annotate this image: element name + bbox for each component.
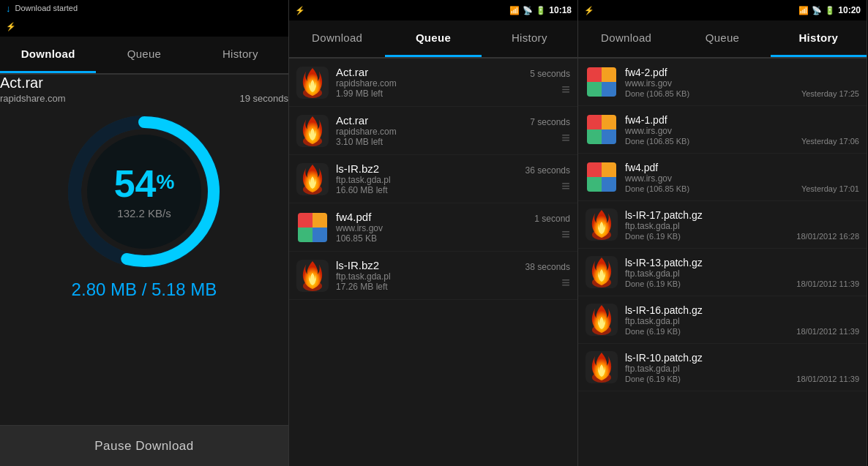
fire-icon [585, 351, 618, 383]
history-filename: ls-IR-10.patch.gz [625, 352, 859, 364]
history-source: ftp.task.gda.pl [625, 221, 859, 231]
history-item[interactable]: ls-IR-10.patch.gz ftp.task.gda.pl Done (… [578, 344, 867, 391]
pdf-icon [585, 66, 618, 98]
history-source: ftp.task.gda.pl [625, 268, 859, 279]
fire-svg [588, 304, 616, 336]
file-info: Act.rar rapidshare.com 19 seconds [0, 75, 288, 104]
history-status-row: Done (6.19 KB) 18/01/2012 11:39 [625, 375, 859, 383]
history-item[interactable]: ls-IR-17.patch.gz ftp.task.gda.pl Done (… [578, 201, 867, 249]
pdf-q4 [602, 177, 616, 192]
history-details: fw4-1.pdf www.irs.gov Done (106.85 KB) Y… [625, 114, 859, 146]
tab-queue-2[interactable]: Queue [385, 20, 481, 57]
history-details: ls-IR-16.patch.gz ftp.task.gda.pl Done (… [625, 304, 859, 336]
history-source: www.irs.gov [625, 126, 859, 136]
history-status-row: Done (106.85 KB) Yesterday 17:06 [625, 137, 859, 146]
notification-bar: ↓ Download started [0, 0, 288, 16]
hamburger-icon[interactable]: ≡ [561, 275, 570, 290]
item-right: 38 seconds≡ [515, 262, 570, 290]
signal-icon-3: 📡 [812, 6, 822, 15]
item-size: 17.26 MB left [336, 282, 508, 292]
item-eta: 38 seconds [525, 262, 570, 272]
file-source: rapidshare.com [0, 93, 66, 104]
history-status: Done (106.85 KB) [625, 137, 689, 146]
item-eta: 1 second [534, 214, 570, 224]
usb-icon-1: ⚡ [6, 22, 16, 31]
download-content: Act.rar rapidshare.com 19 seconds 54 [0, 75, 288, 300]
tab-queue-3[interactable]: Queue [674, 20, 770, 57]
wifi-icon-3: 📶 [798, 6, 809, 15]
pdf-q3 [298, 228, 313, 242]
history-details: fw4-2.pdf www.irs.gov Done (106.85 KB) Y… [625, 67, 859, 98]
file-source-time: rapidshare.com 19 seconds [0, 93, 288, 104]
queue-list: Act.rar rapidshare.com 1.99 MB left 5 se… [289, 59, 577, 300]
queue-item[interactable]: Act.rar rapidshare.com 1.99 MB left 5 se… [289, 59, 577, 107]
hamburger-icon[interactable]: ≡ [561, 130, 570, 145]
history-item[interactable]: fw4.pdf www.irs.gov Done (106.85 KB) Yes… [578, 154, 867, 201]
history-status: Done (106.85 KB) [625, 89, 689, 98]
tab-download-3[interactable]: Download [578, 20, 674, 57]
fire-svg [299, 163, 326, 195]
signal-icon-2: 📡 [523, 6, 533, 15]
tab-history-1[interactable]: History [192, 37, 288, 73]
item-size: 106.85 KB [336, 233, 508, 244]
history-item[interactable]: ls-IR-16.patch.gz ftp.task.gda.pl Done (… [578, 296, 867, 344]
history-details: ls-IR-13.patch.gz ftp.task.gda.pl Done (… [625, 257, 859, 288]
item-details: fw4.pdf www.irs.gov 106.85 KB [336, 211, 508, 244]
item-source: www.irs.gov [336, 223, 508, 233]
history-filename: ls-IR-17.patch.gz [625, 209, 859, 221]
item-size: 1.99 MB left [336, 89, 508, 99]
item-source: rapidshare.com [336, 127, 508, 137]
queue-item[interactable]: Act.rar rapidshare.com 3.10 MB left 7 se… [289, 107, 577, 155]
history-status: Done (6.19 KB) [625, 232, 681, 241]
hamburger-icon[interactable]: ≡ [561, 82, 570, 97]
hamburger-icon[interactable]: ≡ [561, 227, 570, 241]
history-item[interactable]: fw4-1.pdf www.irs.gov Done (106.85 KB) Y… [578, 106, 867, 154]
history-date: 18/01/2012 11:39 [796, 375, 859, 383]
fire-svg [588, 208, 616, 241]
pdf-q2 [602, 115, 616, 129]
history-source: ftp.task.gda.pl [625, 364, 859, 374]
tab-history-3[interactable]: History [771, 20, 867, 57]
progress-circle-container: 54 % 132.2 KB/s [0, 111, 288, 272]
battery-icon-2: 🔋 [536, 6, 546, 15]
tab-download-1[interactable]: Download [0, 37, 96, 73]
fire-svg [299, 260, 326, 292]
tab-bar-1: Download Queue History [0, 37, 288, 75]
item-right: 1 second≡ [515, 214, 570, 241]
time-2: 10:18 [549, 5, 572, 15]
battery-icon-3: 🔋 [825, 6, 835, 15]
item-filename: Act.rar [336, 66, 508, 78]
pause-download-button[interactable]: Pause Download [0, 425, 288, 466]
tab-download-2[interactable]: Download [289, 20, 385, 57]
fire-svg [588, 256, 616, 288]
history-status-row: Done (6.19 KB) 18/01/2012 11:39 [625, 279, 859, 288]
history-details: ls-IR-10.patch.gz ftp.task.gda.pl Done (… [625, 352, 859, 383]
pdf-q3 [587, 177, 602, 192]
item-right: 5 seconds≡ [515, 69, 570, 97]
item-details: ls-IR.bz2 ftp.task.gda.pl 17.26 MB left [336, 259, 508, 292]
size-info: 2.80 MB / 5.18 MB [0, 279, 288, 300]
item-source: ftp.task.gda.pl [336, 271, 508, 282]
history-item[interactable]: ls-IR-13.patch.gz ftp.task.gda.pl Done (… [578, 249, 867, 296]
history-filename: fw4-1.pdf [625, 114, 859, 126]
item-eta: 7 seconds [530, 117, 570, 127]
history-item[interactable]: fw4-2.pdf www.irs.gov Done (106.85 KB) Y… [578, 59, 867, 106]
item-details: Act.rar rapidshare.com 3.10 MB left [336, 114, 508, 147]
tab-history-2[interactable]: History [482, 20, 577, 57]
hamburger-icon[interactable]: ≡ [561, 178, 570, 193]
pdf-q2 [602, 162, 616, 177]
history-source: ftp.task.gda.pl [625, 316, 859, 326]
queue-item[interactable]: ls-IR.bz2 ftp.task.gda.pl 16.60 MB left … [289, 155, 577, 203]
queue-item[interactable]: fw4.pdf www.irs.gov 106.85 KB 1 second≡ [289, 203, 577, 252]
queue-item[interactable]: ls-IR.bz2 ftp.task.gda.pl 17.26 MB left … [289, 252, 577, 300]
fire-icon [296, 67, 329, 99]
wifi-icon-2: 📶 [509, 6, 520, 15]
file-time: 19 seconds [240, 93, 289, 104]
panel-queue: ⚡ 📶 📡 🔋 10:18 Download Queue History Act… [289, 0, 578, 466]
notification-text: Download started [15, 4, 78, 12]
item-size: 3.10 MB left [336, 137, 508, 147]
tab-queue-1[interactable]: Queue [96, 37, 192, 73]
time-3: 10:20 [838, 5, 861, 15]
usb-icon-3: ⚡ [584, 6, 594, 15]
pdf-q3 [587, 129, 602, 144]
